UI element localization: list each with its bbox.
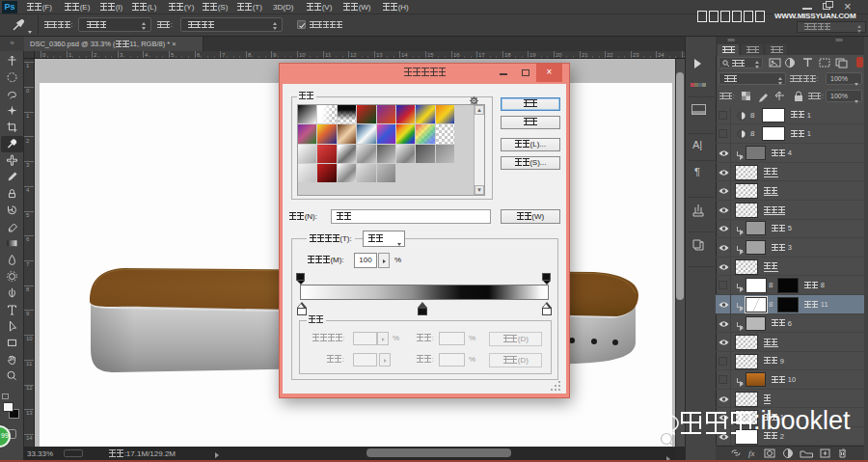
svg-text:fx: fx <box>748 448 755 458</box>
